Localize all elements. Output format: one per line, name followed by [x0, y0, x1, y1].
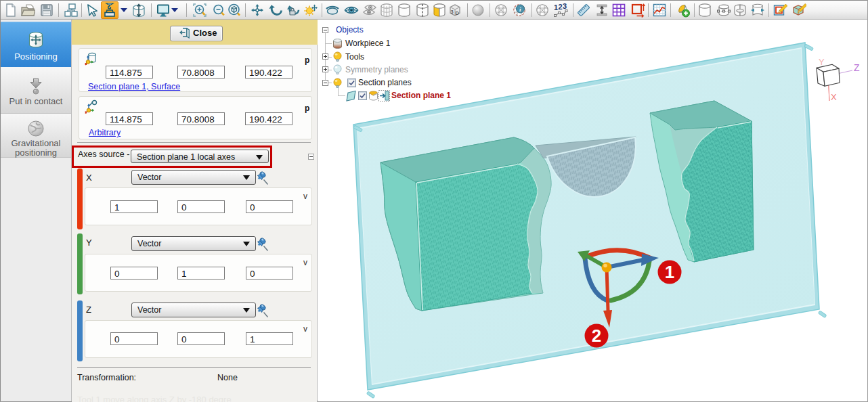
- svg-text:2: 2: [592, 326, 601, 346]
- svg-text:1: 1: [665, 262, 674, 282]
- svg-text:X: X: [831, 92, 837, 102]
- svg-text:Z: Z: [854, 62, 860, 73]
- svg-text:Y: Y: [819, 57, 825, 67]
